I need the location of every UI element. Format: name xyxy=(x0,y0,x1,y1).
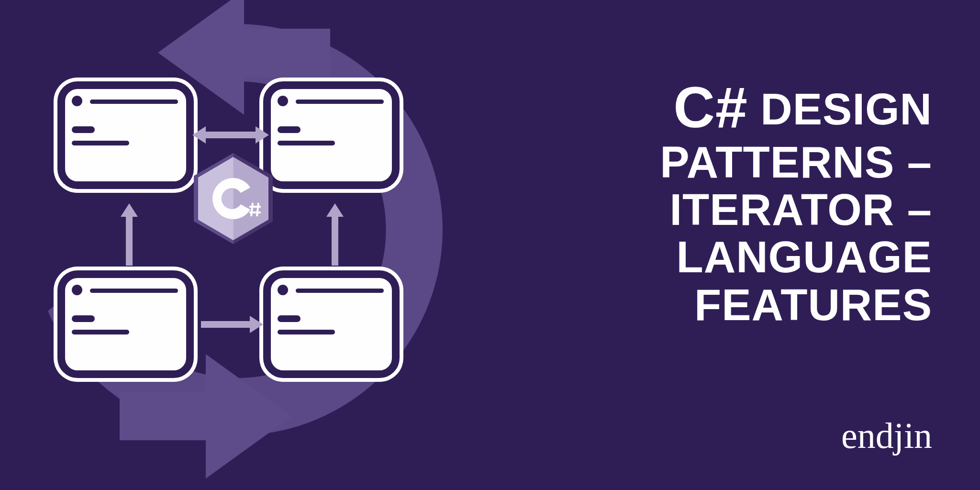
title-line-4: LANGUAGE xyxy=(660,234,932,281)
arrow-right-icon xyxy=(201,316,263,333)
title-block: C# DESIGN PATTERNS – ITERATOR – LANGUAGE… xyxy=(660,77,932,329)
window-card-top-right xyxy=(263,81,400,189)
title-line-3: ITERATOR – xyxy=(660,186,932,234)
csharp-hex-icon xyxy=(194,153,273,244)
title-csharp: C# xyxy=(673,75,747,139)
arrow-up-icon xyxy=(326,203,344,266)
title-line-5: FEATURES xyxy=(660,281,932,329)
title-line-2: PATTERNS – xyxy=(660,139,932,186)
window-card-top-left xyxy=(57,81,194,189)
arrow-double-icon xyxy=(192,126,269,144)
window-card-bottom-left xyxy=(57,270,194,378)
window-card-bottom-right xyxy=(263,270,400,378)
brand-logo-text: endjin xyxy=(841,415,932,457)
title-word-design: DESIGN xyxy=(748,85,932,134)
title-line-1: C# DESIGN xyxy=(660,77,932,139)
diagram-container xyxy=(57,81,412,407)
arrow-up-icon xyxy=(121,203,138,266)
